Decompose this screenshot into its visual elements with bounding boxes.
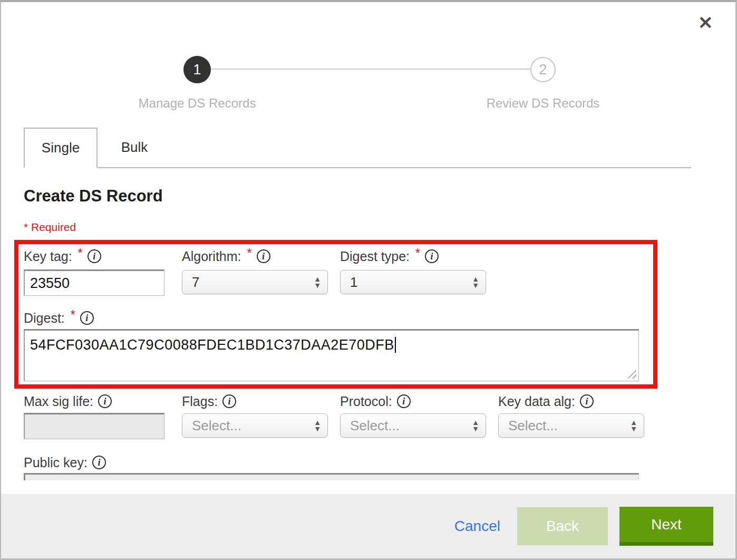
select-arrows-icon: ▲▼ — [630, 420, 637, 431]
required-asterisk: * — [247, 246, 252, 260]
digest-label: Digest: — [24, 311, 65, 326]
digest-label-group: Digest: * i — [24, 310, 94, 326]
close-icon[interactable]: ✕ — [698, 14, 713, 32]
protocol-value: Select... — [350, 418, 400, 434]
modal-footer: Cancel Back Next — [1, 494, 735, 558]
select-arrows-icon: ▲▼ — [314, 277, 321, 287]
key-data-alg-label: Key data alg: — [498, 394, 575, 409]
flags-select[interactable]: Select... ▲▼ — [182, 413, 328, 438]
algorithm-label: Algorithm: — [182, 249, 241, 264]
step-1-label: Manage DS Records — [113, 96, 282, 111]
tab-bar: Single Bulk — [24, 128, 691, 168]
text-cursor — [395, 337, 396, 353]
tab-single[interactable]: Single — [24, 128, 98, 168]
info-icon[interactable]: i — [92, 456, 106, 469]
info-icon[interactable]: i — [257, 249, 270, 263]
key-data-alg-label-group: Key data alg: i — [498, 393, 594, 410]
digest-textarea[interactable]: 54FCF030AA1C79C0088FDEC1BD1C37DAA2E70DFB — [24, 329, 639, 381]
create-ds-record-modal: ✕ 1 2 Manage DS Records Review DS Record… — [0, 0, 737, 560]
cancel-button[interactable]: Cancel — [454, 518, 500, 535]
key-tag-input[interactable]: 23550 — [24, 269, 164, 296]
digest-type-value: 1 — [350, 274, 357, 291]
info-icon[interactable]: i — [98, 394, 112, 408]
protocol-label: Protocol: — [340, 394, 392, 409]
digest-type-label-group: Digest type: * i — [340, 248, 439, 265]
public-key-textarea[interactable] — [24, 473, 639, 480]
tab-bulk[interactable]: Bulk — [98, 128, 171, 167]
select-arrows-icon: ▲▼ — [472, 420, 479, 431]
info-icon[interactable]: i — [80, 311, 94, 325]
step-1-indicator: 1 — [183, 56, 211, 83]
public-key-label-group: Public key: i — [24, 454, 106, 471]
select-arrows-icon: ▲▼ — [472, 277, 479, 287]
info-icon[interactable]: i — [425, 249, 439, 263]
protocol-label-group: Protocol: i — [340, 393, 411, 410]
info-icon[interactable]: i — [580, 394, 594, 408]
required-note: * Required — [24, 221, 76, 234]
digest-value: 54FCF030AA1C79C0088FDEC1BD1C37DAA2E70DFB — [30, 337, 394, 353]
flags-label-group: Flags: i — [182, 393, 236, 410]
algorithm-select[interactable]: 7 ▲▼ — [182, 270, 328, 294]
digest-type-select[interactable]: 1 ▲▼ — [340, 270, 486, 294]
step-2-label: Review DS Records — [459, 96, 627, 111]
required-asterisk: * — [415, 246, 420, 260]
flags-value: Select... — [192, 418, 241, 434]
key-data-alg-value: Select... — [508, 418, 558, 434]
public-key-label: Public key: — [24, 455, 88, 470]
info-icon[interactable]: i — [88, 249, 101, 263]
stepper-connector-line — [211, 69, 530, 70]
digest-type-label: Digest type: — [340, 249, 410, 264]
key-tag-label: Key tag: — [24, 249, 72, 264]
next-button[interactable]: Next — [619, 507, 713, 546]
key-tag-value: 23550 — [30, 275, 70, 292]
required-asterisk: * — [78, 246, 83, 260]
select-arrows-icon: ▲▼ — [314, 420, 321, 431]
flags-label: Flags: — [182, 394, 218, 409]
max-sig-life-input[interactable] — [24, 413, 164, 439]
max-sig-life-label: Max sig life: — [24, 394, 93, 409]
info-icon[interactable]: i — [222, 394, 236, 408]
algorithm-value: 7 — [192, 274, 199, 291]
required-asterisk: * — [71, 308, 75, 322]
page-title: Create DS Record — [24, 187, 163, 206]
resize-handle[interactable] — [627, 370, 636, 379]
key-data-alg-select[interactable]: Select... ▲▼ — [498, 413, 644, 438]
key-tag-label-group: Key tag: * i — [24, 248, 101, 265]
protocol-select[interactable]: Select... ▲▼ — [340, 413, 486, 438]
max-sig-life-label-group: Max sig life: i — [24, 393, 112, 410]
back-button[interactable]: Back — [517, 507, 608, 545]
info-icon[interactable]: i — [397, 394, 411, 408]
step-2-indicator: 2 — [530, 57, 556, 82]
algorithm-label-group: Algorithm: * i — [182, 248, 270, 265]
